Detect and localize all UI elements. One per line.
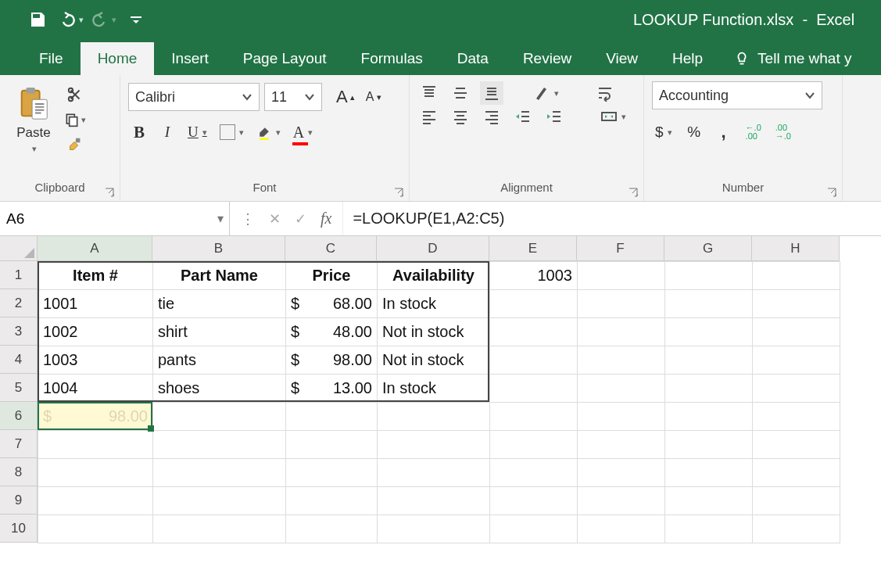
cell[interactable] bbox=[153, 459, 286, 487]
cell[interactable] bbox=[490, 346, 578, 375]
cell[interactable] bbox=[490, 318, 578, 346]
cell[interactable] bbox=[578, 290, 665, 318]
row-header-9[interactable]: 9 bbox=[0, 486, 38, 514]
select-all-button[interactable] bbox=[0, 236, 38, 261]
decrease-indent-button[interactable] bbox=[511, 105, 535, 128]
name-box[interactable] bbox=[0, 202, 212, 235]
redo-button[interactable]: ▾ bbox=[89, 5, 117, 34]
row-header-1[interactable]: 1 bbox=[0, 261, 38, 289]
cell[interactable] bbox=[753, 403, 840, 431]
format-painter-button[interactable] bbox=[64, 136, 86, 153]
font-size-combo[interactable]: 11 bbox=[264, 83, 322, 111]
cell[interactable]: 1003 bbox=[490, 262, 578, 290]
align-bottom-button[interactable] bbox=[480, 81, 503, 105]
cell[interactable] bbox=[578, 515, 665, 543]
row-header-4[interactable]: 4 bbox=[0, 346, 38, 374]
cell[interactable] bbox=[286, 487, 378, 515]
cell[interactable] bbox=[286, 459, 378, 487]
tab-help[interactable]: Help bbox=[655, 42, 720, 75]
column-header-C[interactable]: C bbox=[285, 236, 377, 261]
customize-qat-button[interactable] bbox=[122, 5, 150, 34]
namebox-dropdown[interactable]: ▾ bbox=[212, 211, 229, 226]
cell[interactable]: $48.00 bbox=[286, 318, 378, 346]
borders-button[interactable]: ▾ bbox=[217, 120, 247, 144]
row-header-10[interactable]: 10 bbox=[0, 514, 38, 543]
cell[interactable] bbox=[578, 318, 665, 346]
cell[interactable] bbox=[665, 346, 753, 375]
cell[interactable]: $13.00 bbox=[286, 375, 378, 403]
increase-indent-button[interactable] bbox=[543, 105, 566, 128]
tell-me[interactable]: Tell me what y bbox=[720, 42, 851, 75]
cell[interactable] bbox=[578, 262, 665, 290]
cell[interactable]: 1001 bbox=[38, 290, 153, 318]
tab-formulas[interactable]: Formulas bbox=[344, 42, 440, 75]
cell[interactable] bbox=[490, 431, 578, 459]
cell[interactable] bbox=[753, 290, 840, 318]
comma-format-button[interactable]: , bbox=[713, 120, 735, 144]
cell[interactable] bbox=[286, 515, 378, 543]
row-header-3[interactable]: 3 bbox=[0, 317, 38, 346]
cell[interactable] bbox=[578, 375, 665, 403]
formula-input[interactable] bbox=[343, 202, 881, 235]
tab-data[interactable]: Data bbox=[440, 42, 506, 75]
cell[interactable] bbox=[665, 487, 753, 515]
cell[interactable]: 1002 bbox=[38, 318, 153, 346]
column-header-H[interactable]: H bbox=[752, 236, 840, 261]
align-middle-button[interactable] bbox=[449, 81, 472, 105]
cell[interactable]: 1004 bbox=[38, 375, 153, 403]
copy-button[interactable]: ▾ bbox=[64, 111, 86, 128]
tab-view[interactable]: View bbox=[589, 42, 655, 75]
cell[interactable]: shoes bbox=[153, 375, 286, 403]
cell[interactable] bbox=[665, 459, 753, 487]
tab-page-layout[interactable]: Page Layout bbox=[226, 42, 344, 75]
cells-table[interactable]: Item #Part NamePriceAvailability10031001… bbox=[38, 261, 840, 543]
cell[interactable] bbox=[753, 262, 840, 290]
cell[interactable]: Price bbox=[286, 262, 378, 290]
dialog-launcher-icon[interactable] bbox=[393, 187, 404, 198]
align-center-button[interactable] bbox=[449, 105, 472, 128]
cell[interactable] bbox=[490, 515, 578, 543]
cell[interactable] bbox=[378, 487, 490, 515]
cell[interactable] bbox=[578, 487, 665, 515]
dropdown-icon[interactable]: ▾ bbox=[308, 127, 313, 138]
dropdown-icon[interactable]: ▾ bbox=[81, 115, 86, 125]
cell[interactable] bbox=[665, 403, 753, 431]
cell[interactable] bbox=[578, 459, 665, 487]
dialog-launcher-icon[interactable] bbox=[104, 187, 115, 198]
column-headers[interactable]: ABCDEFGH bbox=[38, 236, 840, 261]
cell[interactable]: Part Name bbox=[153, 262, 286, 290]
cell[interactable] bbox=[286, 403, 378, 431]
cut-button[interactable] bbox=[64, 86, 86, 103]
cell[interactable] bbox=[490, 403, 578, 431]
cell[interactable] bbox=[38, 459, 153, 487]
undo-button[interactable]: ▾ bbox=[56, 5, 84, 34]
cell[interactable]: In stock bbox=[378, 375, 490, 403]
fill-color-button[interactable]: ▾ bbox=[253, 120, 284, 144]
tab-review[interactable]: Review bbox=[506, 42, 589, 75]
increase-decimal-button[interactable]: ←.0 .00 bbox=[743, 120, 765, 144]
bold-button[interactable]: B bbox=[128, 120, 150, 144]
column-header-F[interactable]: F bbox=[577, 236, 664, 261]
cell[interactable]: Not in stock bbox=[378, 318, 490, 346]
align-left-button[interactable] bbox=[417, 105, 441, 128]
cell[interactable] bbox=[578, 403, 665, 431]
cell[interactable] bbox=[490, 459, 578, 487]
cell[interactable] bbox=[753, 318, 840, 346]
cell[interactable]: In stock bbox=[378, 290, 490, 318]
cell[interactable] bbox=[665, 318, 753, 346]
paste-button[interactable]: Paste ▾ bbox=[8, 86, 59, 154]
row-header-6[interactable]: 6 bbox=[0, 402, 38, 430]
percent-format-button[interactable]: % bbox=[683, 120, 705, 144]
cell[interactable] bbox=[286, 431, 378, 459]
cell[interactable] bbox=[578, 346, 665, 375]
accounting-format-button[interactable]: $▾ bbox=[652, 120, 675, 144]
dropdown-icon[interactable]: ▾ bbox=[554, 88, 559, 99]
column-header-A[interactable]: A bbox=[38, 236, 152, 261]
cell[interactable] bbox=[153, 431, 286, 459]
tab-home[interactable]: Home bbox=[81, 42, 155, 75]
cell[interactable] bbox=[753, 375, 840, 403]
cell[interactable] bbox=[753, 346, 840, 375]
cell[interactable]: $98.00 bbox=[38, 403, 153, 431]
column-header-G[interactable]: G bbox=[664, 236, 752, 261]
wrap-text-button[interactable] bbox=[593, 81, 617, 105]
